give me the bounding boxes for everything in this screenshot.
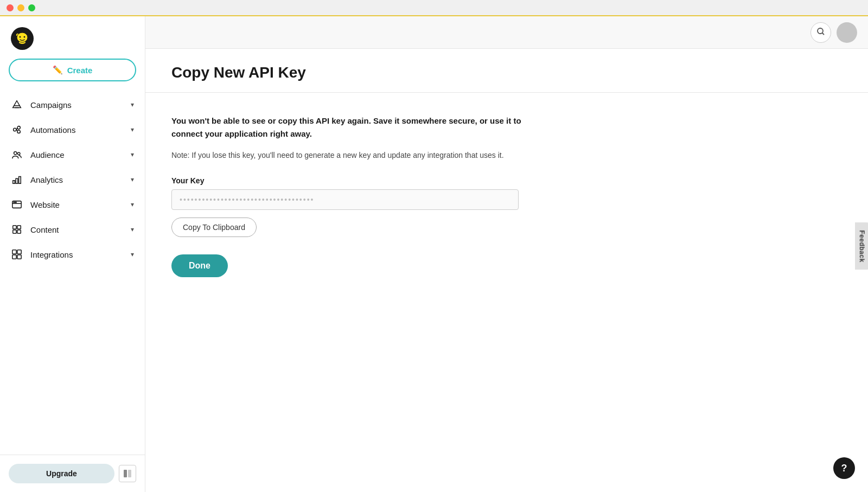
topbar (145, 16, 868, 49)
svg-line-12 (16, 130, 17, 131)
analytics-chevron: ▾ (131, 176, 134, 183)
page-title: Copy New API Key (171, 64, 842, 81)
svg-point-10 (17, 130, 20, 133)
titlebar (0, 0, 868, 16)
feedback-tab[interactable]: Feedback (854, 222, 868, 270)
svg-rect-22 (13, 226, 16, 229)
warning-text: You won't be able to see or copy this AP… (171, 114, 532, 140)
key-field-label: Your Key (171, 176, 532, 185)
automations-label: Automations (30, 125, 75, 135)
campaigns-label: Campaigns (30, 100, 72, 110)
svg-point-2 (24, 36, 25, 38)
svg-point-20 (14, 202, 15, 203)
logo-mark (11, 27, 34, 50)
svg-rect-25 (17, 230, 21, 233)
search-icon (816, 27, 825, 37)
analytics-label: Analytics (30, 175, 63, 184)
content-label: Content (30, 225, 59, 234)
sidebar-item-analytics[interactable]: Analytics ▾ (0, 167, 145, 192)
svg-rect-27 (17, 250, 21, 254)
maximize-button[interactable] (28, 4, 35, 11)
close-button[interactable] (7, 4, 14, 11)
svg-rect-26 (12, 250, 16, 254)
done-button[interactable]: Done (171, 254, 228, 277)
copy-to-clipboard-button[interactable]: Copy To Clipboard (171, 218, 257, 237)
website-chevron: ▾ (131, 201, 134, 208)
page-body: You won't be able to see or copy this AP… (145, 93, 558, 299)
create-label: Create (67, 66, 93, 75)
campaigns-icon (11, 99, 23, 111)
content-area: Copy New API Key You won't be able to se… (145, 49, 868, 492)
integrations-chevron: ▾ (131, 251, 134, 258)
sidebar-item-campaigns[interactable]: Campaigns ▾ (0, 92, 145, 117)
svg-rect-17 (19, 177, 21, 184)
create-button[interactable]: ✏️ Create (9, 59, 136, 81)
note-text: Note: If you lose this key, you'll need … (171, 149, 532, 161)
search-button[interactable] (810, 22, 831, 43)
audience-label: Audience (30, 150, 65, 159)
svg-rect-24 (13, 230, 16, 233)
app-container: ✏️ Create Campaigns ▾ (0, 16, 868, 492)
svg-rect-15 (13, 181, 15, 183)
page-header: Copy New API Key (145, 49, 868, 93)
svg-rect-30 (124, 470, 127, 477)
pencil-icon: ✏️ (53, 65, 63, 75)
svg-point-14 (17, 152, 20, 155)
content-chevron: ▾ (131, 226, 134, 233)
automations-icon (11, 124, 23, 136)
svg-point-9 (17, 126, 20, 129)
automations-chevron: ▾ (131, 126, 134, 133)
sidebar-item-website[interactable]: Website ▾ (0, 192, 145, 217)
website-label: Website (30, 200, 60, 209)
minimize-button[interactable] (17, 4, 24, 11)
svg-rect-23 (17, 226, 21, 229)
svg-line-11 (16, 129, 17, 130)
nav-items: Campaigns ▾ Automations (0, 92, 145, 455)
help-button[interactable]: ? (833, 457, 855, 479)
svg-rect-16 (16, 178, 18, 183)
svg-point-1 (20, 36, 21, 38)
integrations-label: Integrations (30, 250, 73, 259)
content-icon (11, 223, 23, 235)
sidebar-logo (0, 23, 145, 59)
sidebar-bottom: Upgrade (0, 455, 145, 492)
svg-point-21 (15, 202, 16, 203)
svg-line-33 (822, 33, 825, 35)
user-avatar (837, 22, 857, 43)
svg-marker-5 (13, 101, 21, 108)
audience-icon (11, 149, 23, 161)
svg-point-13 (14, 152, 17, 155)
api-key-input[interactable] (171, 189, 519, 210)
upgrade-button[interactable]: Upgrade (9, 464, 114, 483)
sidebar: ✏️ Create Campaigns ▾ (0, 16, 145, 492)
campaigns-chevron: ▾ (131, 101, 134, 108)
svg-rect-29 (17, 255, 21, 259)
sidebar-item-automations[interactable]: Automations ▾ (0, 117, 145, 142)
analytics-icon (11, 174, 23, 186)
svg-rect-31 (128, 470, 131, 477)
svg-point-8 (14, 128, 16, 131)
sidebar-item-integrations[interactable]: Integrations ▾ (0, 242, 145, 267)
main-content: Copy New API Key You won't be able to se… (145, 16, 868, 492)
audience-chevron: ▾ (131, 151, 134, 158)
svg-rect-28 (12, 255, 16, 259)
sidebar-toggle-button[interactable] (119, 465, 136, 482)
website-icon (11, 199, 23, 210)
sidebar-item-audience[interactable]: Audience ▾ (0, 142, 145, 167)
sidebar-item-content[interactable]: Content ▾ (0, 217, 145, 242)
integrations-icon (11, 248, 23, 260)
